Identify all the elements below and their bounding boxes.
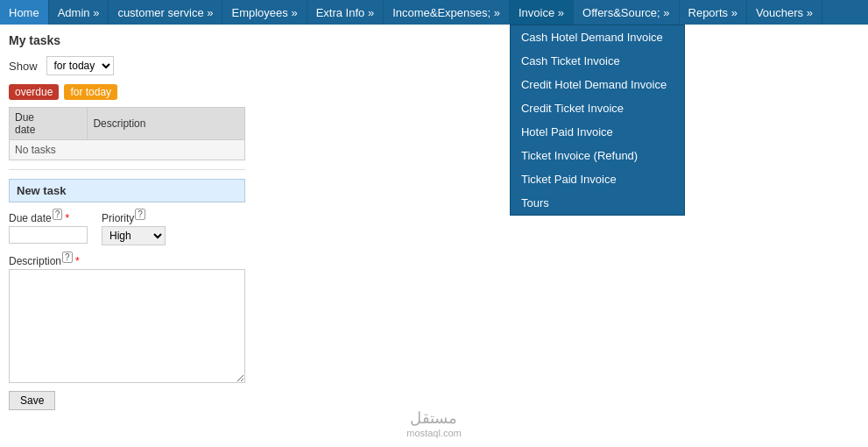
dropdown-item-ticket-refund[interactable]: Ticket Invoice (Refund) [511, 144, 684, 167]
dropdown-item-credit-ticket[interactable]: Credit Ticket Invoice [511, 96, 684, 120]
dropdown-item-cash-hotel-demand[interactable]: Cash Hotel Demand Invoice [511, 25, 684, 49]
save-button[interactable]: Save [9, 391, 55, 410]
dropdown-item-hotel-paid[interactable]: Hotel Paid Invoice [511, 120, 684, 144]
show-select[interactable]: for todayfor weekall [46, 56, 114, 75]
tag-today[interactable]: for today [64, 84, 117, 100]
priority-select[interactable]: HighMediumLow [102, 226, 166, 245]
dropdown-item-credit-hotel-demand[interactable]: Credit Hotel Demand Invoice [511, 73, 684, 96]
desc-help: ? [62, 252, 73, 263]
tasks-table: Duedate Description No tasks [9, 107, 245, 160]
tag-overdue[interactable]: overdue [9, 84, 59, 100]
dropdown-item-ticket-paid[interactable]: Ticket Paid Invoice [511, 167, 684, 191]
divider [9, 169, 245, 170]
due-date-help: ? [53, 209, 63, 220]
nav-item-employees[interactable]: Employees » [222, 0, 307, 25]
nav-item-extra-info[interactable]: Extra Info » [307, 0, 384, 25]
due-date-label: Due date? * [9, 209, 88, 224]
watermark-icon: مستقل [406, 408, 461, 419]
nav-item-reports[interactable]: Reports » [680, 0, 747, 25]
priority-field: Priority? HighMediumLow [102, 209, 166, 245]
dropdown-item-tours[interactable]: Tours [511, 191, 684, 215]
description-field: Description? * [9, 252, 245, 386]
nav-item-offers-source[interactable]: Offers&Source; » [574, 0, 679, 25]
filter-tags: overdue for today [9, 84, 245, 100]
description-label: Description? * [9, 252, 245, 267]
due-date-required: * [66, 212, 70, 224]
description-textarea[interactable] [9, 269, 245, 383]
nav-item-invoice[interactable]: Invoice »Cash Hotel Demand InvoiceCash T… [510, 0, 574, 25]
nav-item-home[interactable]: Home [0, 0, 49, 25]
col-due-date: Duedate [10, 108, 88, 140]
new-task-fields-row: Due date? * Priority? HighMediumLow [9, 209, 245, 245]
priority-label: Priority? [102, 209, 166, 224]
no-tasks-text: No tasks [10, 140, 245, 160]
due-date-input[interactable] [9, 226, 88, 244]
show-row: Show for todayfor weekall [9, 56, 245, 75]
dropdown-item-cash-ticket[interactable]: Cash Ticket Invoice [511, 49, 684, 73]
nav-item-vouchers[interactable]: Vouchers » [747, 0, 822, 25]
nav-item-income-expenses[interactable]: Income&Expenses; » [384, 0, 510, 25]
nav-item-customer-service[interactable]: customer service » [109, 0, 222, 25]
tasks-title: My tasks [9, 33, 245, 47]
watermark: مستقل mostaql.com [406, 408, 461, 419]
tasks-panel: My tasks Show for todayfor weekall overd… [9, 33, 245, 410]
main-content: My tasks Show for todayfor weekall overd… [0, 25, 868, 419]
invoice-dropdown: Cash Hotel Demand InvoiceCash Ticket Inv… [510, 25, 685, 216]
navbar: HomeAdmin »customer service »Employees »… [0, 0, 868, 25]
priority-help: ? [135, 209, 145, 220]
show-label: Show [9, 60, 38, 73]
nav-item-admin[interactable]: Admin » [49, 0, 109, 25]
col-description: Description [88, 108, 245, 140]
due-date-field: Due date? * [9, 209, 88, 244]
new-task-header: New task [9, 179, 245, 202]
desc-required: * [75, 255, 80, 267]
